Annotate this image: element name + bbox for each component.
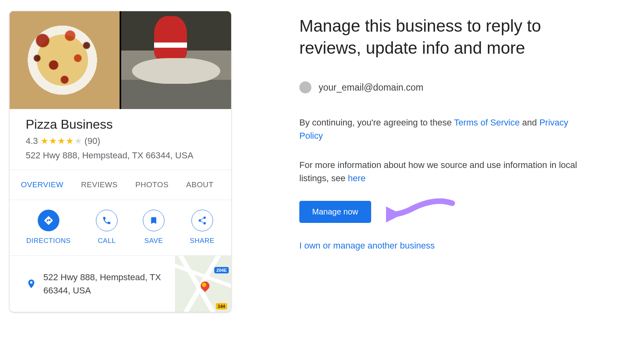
terms-text: By continuing, you're agreeing to these … [299,116,580,142]
tab-bar: OVERVIEW REVIEWS PHOTOS ABOUT [10,170,231,200]
directions-label: DIRECTIONS [26,237,71,245]
location-section[interactable]: 522 Hwy 888, Hempstead, TX 66344, USA 20… [10,256,231,312]
business-address: 522 Hwy 888, Hempstead, TX 66344, USA [26,150,215,161]
account-row[interactable]: your_email@domain.com [299,81,580,93]
info-prefix: For more information about how we source… [299,160,577,183]
phone-icon [96,210,118,231]
terms-and: and [520,117,539,127]
page-headline: Manage this business to reply to reviews… [299,15,580,59]
star-icon: ★ [66,137,74,146]
business-photos[interactable] [10,11,231,109]
photo-interior[interactable] [121,11,231,109]
rating-value: 4.3 [26,136,38,146]
learn-more-link[interactable]: here [348,173,366,183]
call-button[interactable]: CALL [96,210,118,245]
tab-about[interactable]: ABOUT [186,170,213,200]
mini-map[interactable]: 204E 144 [175,256,231,312]
star-icon: ★ [57,137,65,146]
rating-stars: ★ ★ ★ ★ ★ [41,137,82,146]
tab-overview[interactable]: OVERVIEW [21,170,63,200]
rating-row[interactable]: 4.3 ★ ★ ★ ★ ★ (90) [26,136,215,146]
star-icon: ★ [49,137,57,146]
action-row: DIRECTIONS CALL SAVE SHARE [10,200,231,256]
star-icon: ★ [74,137,82,146]
tab-reviews[interactable]: REVIEWS [81,170,118,200]
road-badge: 144 [216,303,227,309]
business-name: Pizza Business [26,117,215,132]
manage-now-button[interactable]: Manage now [299,201,371,223]
save-button[interactable]: SAVE [143,210,165,245]
directions-button[interactable]: DIRECTIONS [26,210,71,245]
info-text: For more information about how we source… [299,158,580,185]
tab-photos[interactable]: PHOTOS [135,170,169,200]
star-icon: ★ [41,137,49,146]
map-pin-icon [199,280,211,292]
call-label: CALL [98,237,116,245]
save-label: SAVE [144,237,163,245]
rating-count: (90) [85,136,100,146]
avatar [299,81,311,93]
terms-prefix: By continuing, you're agreeing to these [299,117,454,127]
location-pin-icon [19,277,43,291]
bookmark-icon [143,210,165,231]
terms-of-service-link[interactable]: Terms of Service [454,117,520,127]
manage-panel: Manage this business to reply to reviews… [299,11,580,312]
business-card: Pizza Business 4.3 ★ ★ ★ ★ ★ (90) 522 Hw… [10,11,231,312]
own-another-business-link[interactable]: I own or manage another business [299,241,580,251]
road-badge: 204E [214,267,229,273]
photo-pizza[interactable] [10,11,120,109]
share-label: SHARE [190,237,215,245]
account-email: your_email@domain.com [319,82,423,93]
location-address: 522 Hwy 888, Hempstead, TX 66344, USA [43,263,175,305]
directions-icon [38,210,59,231]
share-button[interactable]: SHARE [190,210,215,245]
share-icon [191,210,213,231]
